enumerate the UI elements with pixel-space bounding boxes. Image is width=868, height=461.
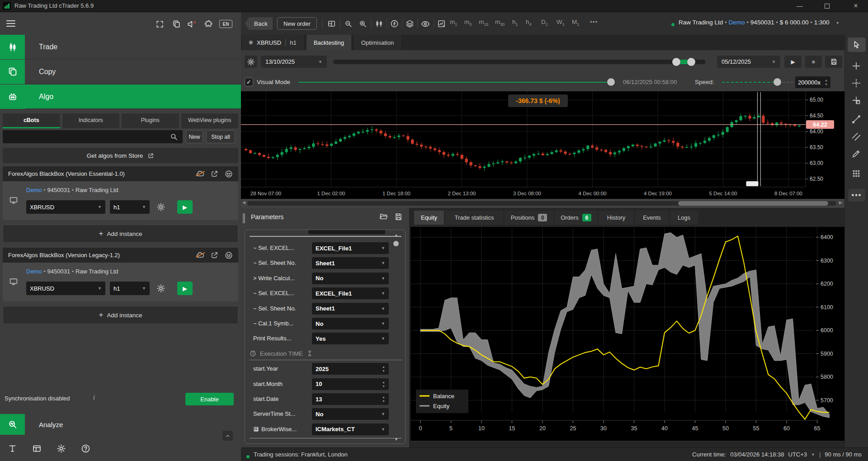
search-input[interactable] [3, 130, 183, 143]
tab-symbol-chart[interactable]: XBRUSD h1 [242, 35, 304, 50]
visibility-eye-icon[interactable] [421, 19, 430, 28]
chart-settings-icon[interactable] [437, 19, 446, 28]
help-icon[interactable] [81, 444, 90, 453]
hamburger-menu-icon[interactable] [5, 18, 16, 29]
fullscreen-icon[interactable] [156, 20, 164, 28]
publish-icon[interactable] [211, 251, 218, 259]
tab-optimisation[interactable]: Optimisation [354, 35, 401, 50]
cbot-badge-icon[interactable] [225, 170, 233, 178]
play-backtest-button[interactable]: ▶ [784, 56, 802, 68]
parameter-select[interactable]: Sheet1▼ [312, 303, 389, 315]
start-date-select[interactable]: 13/10/2025▼ [261, 56, 327, 68]
range-start-handle[interactable] [672, 58, 680, 66]
minimize-button[interactable]: — [792, 0, 807, 12]
end-date-select[interactable]: 05/12/2025▼ [717, 56, 780, 68]
instance-settings-gear-icon[interactable] [156, 202, 165, 212]
chart-horizontal-scrollbar[interactable]: ◀ ▶ [241, 199, 844, 208]
add-instance-button[interactable]: + Add instance [3, 306, 238, 324]
results-tab-logs[interactable]: Logs [670, 211, 698, 225]
sidebar-item-analyze[interactable]: Analyze [0, 414, 241, 435]
timezone-select[interactable]: UTC+3 [788, 451, 807, 458]
panel-drag-handle[interactable] [243, 213, 245, 223]
equity-chart-canvas[interactable]: 6400630062006100600059005800570005101520… [410, 227, 844, 441]
timeframe-h1-button[interactable]: h1 [512, 19, 518, 27]
sidebar-item-trade[interactable]: Trade [0, 35, 241, 59]
cloud-sync-disabled-icon[interactable] [196, 169, 204, 178]
results-tab-orders[interactable]: Orders6 [555, 211, 597, 225]
timeframe-m5-button[interactable]: m5 [464, 19, 472, 27]
parameter-select[interactable]: EXCEL_File1▼ [312, 242, 389, 254]
timeframe-m15-button[interactable]: m15 [479, 19, 488, 27]
info-icon[interactable]: i [93, 394, 95, 401]
zoom-out-icon[interactable] [344, 19, 353, 28]
maximize-button[interactable] [819, 0, 835, 12]
publish-icon[interactable] [211, 170, 218, 178]
cbot-instance[interactable]: Demo • 9450031 • Raw Trading Ltd XBRUSD▼… [3, 263, 238, 301]
new-cbot-button[interactable]: New [186, 130, 203, 143]
timeframe-m1-button[interactable]: m1 [450, 19, 457, 27]
close-button[interactable]: × [848, 0, 863, 12]
algo-card-header[interactable]: ForexAlgos BlackBox (Version Essential-1… [3, 166, 238, 181]
panels-icon[interactable] [32, 444, 42, 453]
trend-line-tool-icon[interactable] [851, 114, 861, 124]
results-tab-history[interactable]: History [599, 211, 634, 225]
parameter-select[interactable]: ICMarkets_CT▼ [312, 423, 389, 435]
sidebar-item-algo[interactable]: Algo [0, 85, 241, 109]
params-scroll-up[interactable]: ▲ [394, 233, 398, 237]
replay-progress-track[interactable] [298, 82, 611, 83]
cbot-badge-icon[interactable] [225, 251, 233, 259]
scrollbar-handle[interactable] [678, 201, 828, 206]
parameter-number-input[interactable]: 2025▲▼ [312, 363, 389, 375]
more-tools-button[interactable]: ••• [848, 189, 865, 202]
cloud-sync-disabled-icon[interactable] [196, 251, 204, 259]
algo-card-header[interactable]: ForexAlgos BlackBox (Version Legacy-1.2) [3, 248, 238, 263]
layers-icon[interactable] [406, 19, 414, 28]
cbot-instance[interactable]: Demo • 9450031 • Raw Trading Ltd XBRUSD▼… [3, 181, 238, 220]
timeframe-m30-button[interactable]: m30 [495, 19, 505, 27]
params-scrollbar-dot[interactable] [393, 241, 399, 246]
parameter-select[interactable]: No▼ [312, 273, 389, 284]
backtest-settings-gear-icon[interactable] [245, 56, 257, 68]
indicators-f-icon[interactable] [390, 19, 399, 28]
price-chart[interactable]: 65.0064.5064.0063.5063.0062.5064.2228 No… [241, 91, 844, 199]
algo-tab-plugins[interactable]: Plugins [122, 113, 179, 128]
algo-tab-indicators[interactable]: Indicators [62, 113, 120, 128]
pointer-tool-icon[interactable] [848, 38, 866, 52]
scroll-left-arrow[interactable]: ◀ [242, 200, 245, 205]
sidebar-item-copy[interactable]: Copy [0, 60, 241, 84]
dots-grid-icon[interactable] [851, 169, 861, 179]
backtest-range-slider[interactable] [333, 60, 706, 64]
add-instance-button[interactable]: + Add instance [3, 225, 238, 243]
zoom-in-icon[interactable] [359, 19, 367, 28]
timeframe-select[interactable]: h1▼ [110, 200, 150, 214]
stop-all-button[interactable]: Stop all [206, 130, 235, 143]
play-instance-button[interactable]: ▶ [177, 200, 193, 214]
crosshair-box-icon[interactable] [851, 95, 861, 105]
results-tab-equity[interactable]: Equity [414, 211, 444, 225]
language-button[interactable]: EN [219, 20, 232, 28]
timeframe-W1-button[interactable]: W1 [557, 19, 565, 27]
symbol-select[interactable]: XBRUSD▼ [26, 200, 105, 214]
save-backtest-button[interactable] [825, 56, 842, 68]
crosshair-plus-icon[interactable] [851, 61, 861, 71]
speed-slider-handle[interactable] [774, 78, 781, 86]
speed-value-stepper[interactable]: 200000x ▲▼ [795, 76, 830, 88]
parameter-select[interactable]: No▼ [312, 318, 389, 329]
load-parameters-icon[interactable] [379, 212, 388, 221]
back-button[interactable]: Back [245, 17, 273, 30]
tab-backtesting[interactable]: Backtesting [307, 35, 351, 50]
measure-tool-icon[interactable] [851, 78, 861, 88]
draw-pencil-icon[interactable] [851, 149, 861, 159]
timeframe-select[interactable]: h1▼ [110, 282, 150, 295]
results-tab-positions[interactable]: Positions0 [505, 211, 553, 225]
parameter-select[interactable]: No▼ [312, 408, 389, 420]
params-scroll-down[interactable]: ▼ [394, 437, 398, 442]
replay-progress-handle[interactable] [607, 78, 615, 86]
speed-slider-track[interactable] [722, 82, 774, 83]
timeframe-h4-button[interactable]: h4 [526, 19, 532, 27]
symbol-select[interactable]: XBRUSD▼ [26, 282, 105, 295]
parameter-select[interactable]: EXCEL_File1▼ [312, 287, 389, 299]
timeframe-D1-button[interactable]: D1 [541, 19, 548, 27]
objects-tool-icon[interactable] [8, 444, 17, 453]
instance-settings-gear-icon[interactable] [156, 284, 165, 293]
